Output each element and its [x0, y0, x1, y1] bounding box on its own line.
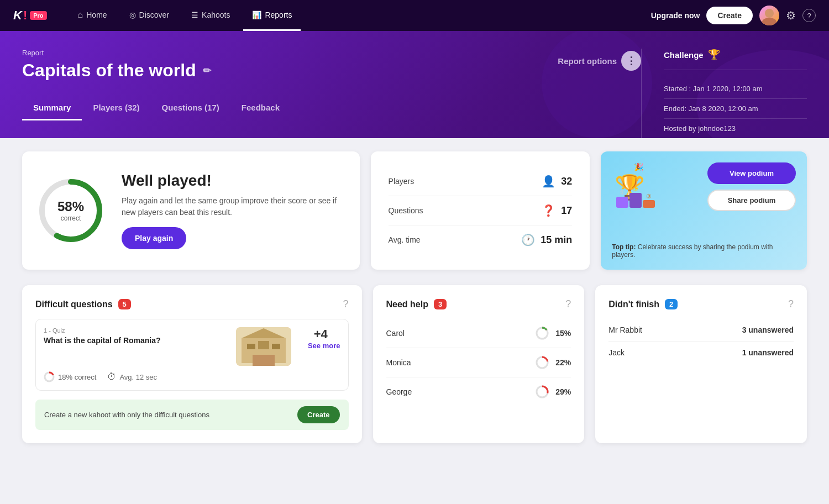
svg-text:①: ① — [633, 186, 638, 192]
didnt-finish-title: Didn't finish — [608, 300, 659, 309]
difficult-questions-card: Difficult questions 5 ? 1 - Quiz What is… — [22, 285, 362, 443]
stat-label-avgtime: Avg. time — [389, 235, 421, 244]
confetti-decoration: 🎉 — [634, 162, 643, 171]
podium-buttons: View podium Share podium — [707, 162, 796, 214]
finish-row-mrrabbit: Mr Rabbit 3 unanswered — [608, 319, 794, 342]
didnt-finish-badge: 2 — [665, 299, 678, 309]
finish-row-jack: Jack 1 unanswered — [608, 342, 794, 364]
navigation: K!Pro ⌂ Home ◎ Discover ☰ Kahoots 📊 Repo… — [0, 0, 829, 31]
create-kahoot-button[interactable]: Create — [297, 406, 339, 423]
stat-row-avgtime: Avg. time 🕐 15 min — [389, 225, 573, 254]
question-stats: 18% correct ⏱ Avg. 12 sec — [44, 371, 340, 382]
hosted-info: Hosted by johndoe123 — [664, 119, 807, 138]
report-label: Report — [22, 49, 558, 57]
report-title-text: Capitals of the world — [22, 60, 196, 81]
header-content: Report Capitals of the world ✏ Summary P… — [22, 49, 807, 138]
difficult-help-icon[interactable]: ? — [343, 298, 348, 310]
score-circle: 58% correct — [38, 177, 104, 244]
finish-name-jack: Jack — [608, 348, 625, 357]
question-item-top: 1 - Quiz What is the capital of Romania? — [44, 327, 340, 366]
player-circle-george — [534, 384, 550, 400]
question-icon: ❓ — [542, 204, 555, 217]
stat-label-questions: Questions — [389, 206, 423, 215]
avgtime-value: 15 min — [541, 234, 572, 246]
nav-home-label: Home — [86, 11, 107, 19]
stat-value-avgtime: 🕐 15 min — [521, 233, 572, 246]
svg-point-1 — [762, 18, 776, 25]
correct-pct-label: 18% correct — [58, 373, 96, 381]
nav-right: Upgrade now Create ⚙ ? — [651, 6, 816, 25]
stat-row-questions: Questions ❓ 17 — [389, 196, 573, 225]
didnt-finish-help-icon[interactable]: ? — [788, 298, 794, 310]
svg-text:②: ② — [620, 189, 625, 196]
header-right: Challenge 🏆 Started : Jan 1 2020, 12:00 … — [641, 49, 807, 138]
svg-point-0 — [765, 9, 774, 18]
need-help-card: Need help 3 ? Carol 15% — [373, 285, 585, 443]
kahoots-icon: ☰ — [191, 11, 198, 19]
nav-item-kahoots[interactable]: ☰ Kahoots — [182, 0, 239, 31]
bottom-row: Difficult questions 5 ? 1 - Quiz What is… — [22, 285, 807, 443]
create-button[interactable]: Create — [706, 7, 753, 24]
nav-item-home[interactable]: ⌂ Home — [69, 0, 116, 31]
player-icon: 👤 — [542, 175, 555, 188]
player-name-carol: Carol — [386, 329, 405, 338]
score-info: Well played! Play again and let the same… — [122, 172, 344, 249]
tab-questions[interactable]: Questions (17) — [151, 96, 230, 120]
tab-summary[interactable]: Summary — [22, 96, 82, 120]
player-pct-george: 29% — [555, 387, 571, 396]
see-more-area: +4 See more — [297, 327, 340, 350]
play-again-button[interactable]: Play again — [122, 227, 186, 249]
reports-icon: 📊 — [252, 11, 261, 19]
main-content: 58% correct Well played! Play again and … — [0, 138, 829, 456]
help-icon[interactable]: ? — [802, 9, 816, 22]
svg-rect-7 — [643, 200, 655, 208]
view-podium-button[interactable]: View podium — [707, 162, 796, 184]
questions-value: 17 — [561, 205, 572, 217]
stat-label-players: Players — [389, 177, 414, 186]
player-name-monica: Monica — [386, 358, 411, 367]
question-item: 1 - Quiz What is the capital of Romania? — [35, 319, 349, 391]
podium-tip-label: Top tip: — [612, 243, 636, 251]
player-score-george: 29% — [534, 384, 571, 400]
header-curve-decoration — [542, 31, 652, 138]
player-circle-carol — [534, 326, 550, 341]
tab-feedback[interactable]: Feedback — [230, 96, 291, 120]
didnt-finish-players: Mr Rabbit 3 unanswered Jack 1 unanswered — [608, 319, 794, 364]
share-podium-button[interactable]: Share podium — [707, 190, 796, 211]
score-description: Play again and let the same group improv… — [122, 195, 344, 218]
avg-time-label: Avg. 12 sec — [119, 373, 157, 381]
settings-icon[interactable]: ⚙ — [786, 9, 796, 22]
need-help-help-icon[interactable]: ? — [565, 298, 571, 310]
score-percent: 58% — [57, 199, 84, 214]
svg-text:③: ③ — [646, 193, 652, 200]
stat-value-questions: ❓ 17 — [542, 204, 572, 217]
create-kahoot-text: Create a new kahoot with only the diffic… — [44, 411, 209, 419]
svg-rect-11 — [247, 344, 255, 349]
edit-icon[interactable]: ✏ — [203, 65, 211, 77]
tabs: Summary Players (32) Questions (17) Feed… — [22, 96, 558, 120]
ended-info: Ended: Jan 8 2020, 12:00 am — [664, 99, 807, 119]
create-kahoot-bar: Create a new kahoot with only the diffic… — [35, 400, 349, 430]
svg-rect-3 — [616, 197, 628, 208]
need-help-players: Carol 15% Monica — [386, 319, 571, 406]
question-thumbnail — [236, 327, 291, 366]
difficult-badge: 5 — [118, 299, 131, 309]
finish-count-mrrabbit: 3 unanswered — [742, 326, 794, 334]
stat-value-players: 👤 32 — [542, 175, 572, 188]
tab-players[interactable]: Players (32) — [82, 96, 150, 120]
summary-cards-row: 58% correct Well played! Play again and … — [22, 151, 807, 270]
finish-count-jack: 1 unanswered — [742, 348, 794, 357]
nav-item-reports[interactable]: 📊 Reports — [243, 0, 301, 31]
stat-row-players: Players 👤 32 — [389, 167, 573, 196]
upgrade-button[interactable]: Upgrade now — [651, 11, 700, 20]
report-title: Capitals of the world ✏ — [22, 60, 558, 81]
svg-rect-5 — [629, 193, 642, 208]
score-correct-label: correct — [57, 214, 84, 222]
question-meta: 1 - Quiz — [44, 327, 230, 334]
need-help-header: Need help 3 ? — [386, 298, 571, 310]
see-more-link[interactable]: See more — [301, 342, 340, 350]
stats-card: Players 👤 32 Questions ❓ 17 Avg. time 🕐 … — [371, 151, 590, 270]
nav-item-discover[interactable]: ◎ Discover — [120, 0, 178, 31]
avatar[interactable] — [759, 6, 779, 25]
logo-pro: Pro — [30, 11, 46, 20]
